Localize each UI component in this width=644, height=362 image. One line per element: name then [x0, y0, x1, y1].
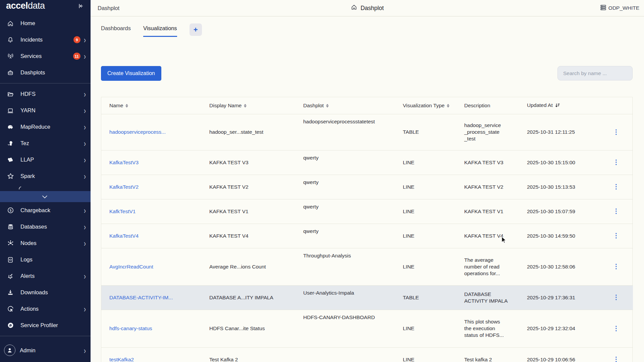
breadcrumb: Dashplot [91, 5, 119, 11]
home-icon [7, 20, 14, 27]
table-row[interactable]: KafkaTestV3 KAFKA TEST V3 qwerty LINE KA… [101, 150, 633, 175]
home-icon [351, 4, 357, 12]
sidebar-divider [0, 336, 91, 336]
visualization-link[interactable]: DATABASE-ACTIVITY-IM... [109, 295, 173, 300]
row-menu-button[interactable]: ⋮ [613, 183, 620, 190]
column-header-name[interactable]: Name [101, 97, 201, 114]
sidebar-item-nodes[interactable]: Nodes › [0, 235, 91, 251]
row-menu-button[interactable]: ⋮ [613, 129, 620, 135]
sidebar: acceldata Home Incidents 9 › Services 11… [0, 0, 91, 362]
top-header: Dashplot Dashplot ODP_WHITE [91, 0, 644, 16]
tab-visualizations[interactable]: Visualizations [143, 25, 177, 37]
folder-icon [7, 90, 14, 98]
table-row[interactable]: testKafka2 Test Kafka 2 LINE Test kafka … [101, 347, 633, 362]
table-row[interactable]: KafkTestV1 KAFKA TEST V1 qwerty LINE KAF… [101, 199, 633, 224]
download-icon [7, 289, 14, 296]
row-menu-button[interactable]: ⋮ [613, 232, 620, 239]
sidebar-item-label: Databases [20, 224, 84, 230]
chevron-right-icon: › [84, 346, 86, 355]
create-visualization-button[interactable]: Create Visualization [101, 66, 161, 81]
sidebar-item-services[interactable]: Services 11 › [0, 48, 91, 64]
sidebar-item-downloads[interactable]: Downloads [0, 284, 91, 301]
row-menu-button[interactable]: ⋮ [613, 263, 620, 269]
briefcase-icon [7, 69, 14, 76]
database-icon [7, 223, 14, 231]
svg-text:$: $ [9, 208, 12, 212]
cluster-selector[interactable]: ODP_WHITE [600, 5, 639, 12]
row-menu-button[interactable]: ⋮ [613, 208, 620, 214]
visualization-link[interactable]: KafkTestV1 [109, 208, 136, 214]
column-header-display-name[interactable]: Display Name [201, 97, 295, 114]
sidebar-item-label: Services [20, 53, 73, 59]
sidebar-item-label: Home [20, 20, 86, 26]
sidebar-item-actions[interactable]: Actions › [0, 301, 91, 317]
sidebar-item-service-profiler[interactable]: Service Profiler [0, 317, 91, 334]
sidebar-item-label: HDFS [20, 91, 84, 97]
sidebar-item-spark[interactable]: Spark › [0, 168, 91, 184]
chevron-right-icon: › [84, 239, 86, 248]
layers-icon [600, 5, 606, 12]
sidebar-collapse-icon[interactable] [78, 3, 84, 9]
row-menu-button[interactable]: ⋮ [613, 294, 620, 300]
sidebar-expand-bar[interactable] [0, 191, 91, 202]
chevron-right-icon: › [84, 222, 86, 231]
chevron-right-icon: › [84, 35, 86, 44]
sidebar-item-label: Incidents [20, 37, 73, 43]
avatar [4, 345, 15, 356]
column-header-visualization-type[interactable]: Visualization Type [395, 97, 456, 114]
visualization-link[interactable]: hadoopserviceprocess... [109, 129, 166, 135]
broadcast-icon [7, 53, 14, 60]
sidebar-item-yarn[interactable]: YARN › [0, 102, 91, 119]
sort-descending-icon [555, 103, 560, 109]
sidebar-item-home[interactable]: Home [0, 15, 91, 32]
sidebar-item-label: Dashplots [20, 69, 86, 76]
chevron-right-icon: › [84, 52, 86, 61]
sidebar-item-alerts[interactable]: Alerts › [0, 268, 91, 284]
sidebar-item-chargeback[interactable]: $ Chargeback › [0, 202, 91, 219]
sidebar-nav: Home Incidents 9 › Services 11 › Dashplo… [0, 12, 91, 362]
sort-icon [326, 104, 329, 108]
row-menu-button[interactable]: ⋮ [613, 356, 620, 362]
visualization-link[interactable]: AvgIncrReadCount [109, 264, 153, 269]
row-menu-button[interactable]: ⋮ [613, 159, 620, 165]
visualizations-table: Name Display Name Dashplot Visualization… [101, 97, 633, 362]
sidebar-item-label: Spark [20, 173, 84, 179]
squirrel-icon [7, 140, 14, 147]
table-header-row: Name Display Name Dashplot Visualization… [101, 97, 633, 114]
chevron-right-icon: › [84, 106, 86, 115]
sidebar-item-dashplots[interactable]: Dashplots [0, 64, 91, 81]
table-row[interactable]: KafkaTestV2 KAFKA TEST V2 qwerty LINE KA… [101, 175, 633, 199]
sidebar-item-incidents[interactable]: Incidents 9 › [0, 32, 91, 48]
sidebar-item-llap[interactable]: LLAP › [0, 152, 91, 168]
table-row[interactable]: hadoopserviceprocess... hadoop_ser...sta… [101, 114, 633, 150]
sidebar-item-hdfs[interactable]: HDFS › [0, 86, 91, 102]
table-row-selected[interactable]: DATABASE-ACTIVITY-IM... DATABASE A...ITY… [101, 285, 633, 310]
column-header-updated-at[interactable]: Updated At [519, 97, 599, 114]
table-row[interactable]: KafkaTestV4 KAFKA TEST V4 qwerty LINE KA… [101, 224, 633, 248]
visualization-link[interactable]: KafkaTestV4 [109, 233, 139, 239]
acceldata-logo: acceldata [6, 1, 45, 11]
monitor-icon [7, 107, 14, 114]
visualization-link[interactable]: testKafka2 [109, 357, 134, 362]
disc-icon [7, 322, 14, 329]
sidebar-item-label: Tez [20, 140, 84, 146]
dollar-icon: $ [7, 207, 14, 214]
visualization-link[interactable]: hdfs-canary-status [109, 325, 152, 331]
column-header-dashplot[interactable]: Dashplot [295, 97, 395, 114]
sidebar-item-tez[interactable]: Tez › [0, 135, 91, 152]
visualization-link[interactable]: KafkaTestV2 [109, 184, 139, 190]
visualization-link[interactable]: KafkaTestV3 [109, 160, 139, 165]
add-tab-button[interactable]: + [190, 23, 202, 36]
chevron-right-icon: › [84, 172, 86, 181]
toolbar: Create Visualization [101, 66, 633, 81]
search-input[interactable] [557, 66, 633, 80]
table-row[interactable]: AvgIncrReadCount Average Re...ions Count… [101, 248, 633, 285]
sidebar-item-label: Service Profiler [20, 322, 86, 328]
sidebar-item-mapreduce[interactable]: MapReduce › [0, 119, 91, 135]
sidebar-item-databases[interactable]: Databases › [0, 219, 91, 235]
row-menu-button[interactable]: ⋮ [613, 325, 620, 331]
sidebar-item-logs[interactable]: Logs [0, 251, 91, 268]
sidebar-item-admin[interactable]: Admin › [0, 339, 91, 362]
tab-dashboards[interactable]: Dashboards [101, 25, 131, 37]
table-row[interactable]: hdfs-canary-status HDFS Canar...ite Stat… [101, 310, 633, 347]
